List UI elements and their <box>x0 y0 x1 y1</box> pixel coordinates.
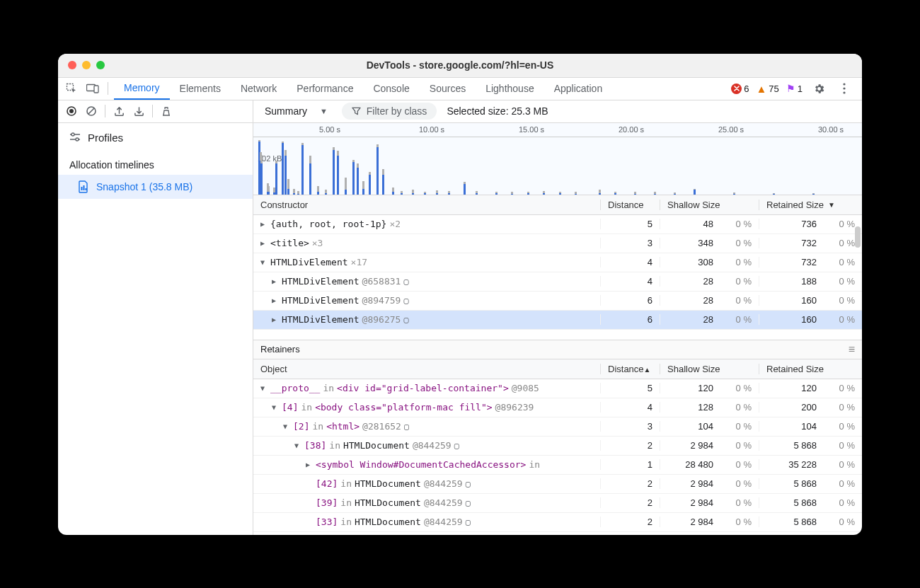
titlebar: DevTools - store.google.com/?hl=en-US <box>58 54 862 78</box>
tab-elements[interactable]: Elements <box>170 77 231 100</box>
constructor-row[interactable]: ▼ HTMLDivElement ×1743080 %7320 % <box>253 253 862 272</box>
header-shallow-size[interactable]: Shallow Size <box>660 200 759 210</box>
snapshot-file-icon <box>78 180 89 193</box>
retained-bar <box>284 156 287 195</box>
separator <box>105 105 105 117</box>
scrollbar-thumb[interactable] <box>855 226 861 248</box>
tab-lighthouse[interactable]: Lighthouse <box>476 77 544 100</box>
minimize-window-button[interactable] <box>82 61 91 69</box>
svg-point-4 <box>843 87 845 89</box>
close-window-button[interactable] <box>68 61 76 69</box>
retained-bar <box>325 193 327 195</box>
retained-bar <box>476 193 478 195</box>
selected-size-label: Selected size: 25.3 MB <box>447 105 548 117</box>
retained-bar <box>362 189 364 195</box>
class-filter-input[interactable]: Filter by class <box>342 103 437 120</box>
header-distance-r[interactable]: Distance▲ <box>600 364 660 374</box>
svg-point-5 <box>843 91 845 93</box>
retainer-row[interactable]: ▼ [4] in <body class="platform-mac fill"… <box>253 398 862 417</box>
retained-bar <box>495 193 498 194</box>
retainer-row[interactable]: [42] in HTMLDocument @844259 ▢22 9840 %5… <box>253 475 862 494</box>
hamburger-icon[interactable]: ≡ <box>849 343 855 356</box>
constructor-row[interactable]: ▶ HTMLDivElement @894759 ▢6280 %1600 % <box>253 292 862 311</box>
retainers-section-header: Retainers ≡ <box>253 340 862 359</box>
retained-bar <box>436 193 438 195</box>
retainer-row[interactable]: ▼ __proto__ in <div id="grid-label-conta… <box>253 379 862 398</box>
sort-asc-icon: ▲ <box>644 366 651 374</box>
popout-icon[interactable]: ▢ <box>403 296 408 306</box>
warning-icon: ▲ <box>756 83 766 95</box>
more-menu-icon[interactable] <box>835 79 853 98</box>
devtools-body: Profiles Allocation timelines Snapshot 1… <box>58 100 862 535</box>
timeline-tick: 20.00 s <box>619 125 644 134</box>
retainer-row[interactable]: ▶ <symbol Window#DocumentCachedAccessor>… <box>253 456 862 475</box>
retained-bar <box>614 193 616 194</box>
clear-button[interactable] <box>82 102 100 120</box>
retained-bar <box>511 194 513 195</box>
profiles-heading: Profiles <box>58 123 253 152</box>
devtools-window: DevTools - store.google.com/?hl=en-US Me… <box>58 54 862 535</box>
traffic-lights <box>68 61 105 69</box>
retained-bar <box>543 193 545 195</box>
popout-icon[interactable]: ▢ <box>403 315 408 325</box>
chevron-down-icon: ▼ <box>320 107 328 115</box>
errors-badge[interactable]: 6 <box>731 83 749 94</box>
retained-bar <box>268 192 270 194</box>
tab-sources[interactable]: Sources <box>420 77 476 100</box>
retainer-rows: ▼ __proto__ in <div id="grid-label-conta… <box>253 379 862 535</box>
tab-network[interactable]: Network <box>231 77 287 100</box>
view-mode-dropdown[interactable]: Summary ▼ <box>260 104 332 118</box>
tab-performance[interactable]: Performance <box>287 77 363 100</box>
retained-bar <box>345 190 347 194</box>
snapshot-label: Snapshot 1 (35.8 MB) <box>96 181 192 192</box>
export-button[interactable] <box>110 102 128 120</box>
retained-bar <box>333 150 335 195</box>
retainer-row[interactable]: [33] in HTMLDocument @844259 ▢22 9840 %5… <box>253 513 862 532</box>
inspect-element-icon[interactable] <box>62 79 81 98</box>
issues-badge[interactable]: ⚑ 1 <box>786 83 803 94</box>
retainers-table-header: Object Distance▲ Shallow Size Retained S… <box>253 359 862 379</box>
sidebar: Profiles Allocation timelines Snapshot 1… <box>58 100 253 535</box>
allocation-timelines-label: Allocation timelines <box>58 152 253 175</box>
retained-bar <box>527 193 529 194</box>
svg-line-9 <box>88 108 94 114</box>
snapshot-item[interactable]: Snapshot 1 (35.8 MB) <box>58 175 253 199</box>
retained-bar <box>337 156 339 195</box>
svg-rect-2 <box>94 86 98 93</box>
tab-memory[interactable]: Memory <box>114 77 170 100</box>
constructor-row[interactable]: ▶ HTMLDivElement @658831 ▢4280 %1880 % <box>253 272 862 292</box>
tab-application[interactable]: Application <box>544 77 613 100</box>
constructor-row[interactable]: ▶ {auth, root, root-1p} ×25480 %7360 % <box>253 215 862 234</box>
popout-icon[interactable]: ▢ <box>403 277 408 287</box>
timeline-tick: 30.00 s <box>818 125 844 134</box>
retainer-row[interactable]: ▼ [38] in HTMLDocument @844259 ▢22 9840 … <box>253 437 862 456</box>
record-button[interactable] <box>62 102 81 120</box>
tab-console[interactable]: Console <box>363 77 419 100</box>
retainer-row[interactable]: ▼ [2] in <html> @281652 ▢31040 %1040 % <box>253 417 862 437</box>
device-toolbar-icon[interactable] <box>84 79 102 98</box>
allocation-timeline-chart[interactable]: 5.00 s10.00 s15.00 s20.00 s25.00 s30.00 … <box>253 123 862 195</box>
retained-bar <box>275 163 277 194</box>
header-retained-size[interactable]: Retained Size ▼ <box>759 200 862 210</box>
error-icon <box>731 83 742 94</box>
warnings-badge[interactable]: ▲ 75 <box>756 83 778 95</box>
timeline-tick: 10.00 s <box>419 125 444 134</box>
constructor-table-header: Constructor Distance Shallow Size Retain… <box>253 195 862 215</box>
retained-bar <box>559 193 561 194</box>
header-distance[interactable]: Distance <box>600 200 660 210</box>
constructor-row[interactable]: ▶ <title> ×333480 %7320 % <box>253 234 862 253</box>
garbage-collect-button[interactable] <box>157 102 176 120</box>
zoom-window-button[interactable] <box>96 61 105 69</box>
import-button[interactable] <box>130 102 148 120</box>
header-retained-size-r[interactable]: Retained Size <box>759 364 862 374</box>
timeline-ticks: 5.00 s10.00 s15.00 s20.00 s25.00 s30.00 … <box>253 123 862 137</box>
constructor-row[interactable]: ▶ HTMLDivElement @896275 ▢6280 %1600 % <box>253 311 862 330</box>
retained-bar <box>654 194 656 195</box>
retained-bar <box>412 193 414 195</box>
header-object[interactable]: Object <box>253 364 600 374</box>
retainer-row[interactable]: [39] in HTMLDocument @844259 ▢22 9840 %5… <box>253 494 862 513</box>
header-shallow-size-r[interactable]: Shallow Size <box>660 364 759 374</box>
settings-gear-icon[interactable] <box>810 79 828 98</box>
header-constructor[interactable]: Constructor <box>253 200 600 210</box>
retained-bar <box>301 145 304 194</box>
